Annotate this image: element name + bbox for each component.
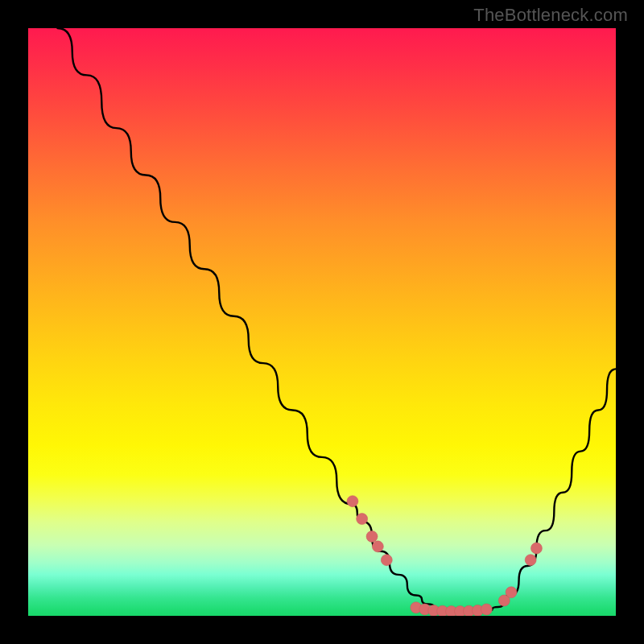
data-marker [530,543,542,554]
data-marker [372,541,383,552]
data-marker [506,587,517,598]
data-marker [525,555,536,566]
data-marker [347,496,358,507]
data-marker [366,530,378,542]
data-marker [481,604,492,615]
attribution-text: TheBottleneck.com [473,5,628,26]
curve-layer [28,28,616,616]
bottleneck-curve [58,28,617,612]
data-marker [381,555,392,566]
chart-frame: TheBottleneck.com [0,0,644,644]
data-marker [357,514,368,525]
plot-area [28,28,616,616]
